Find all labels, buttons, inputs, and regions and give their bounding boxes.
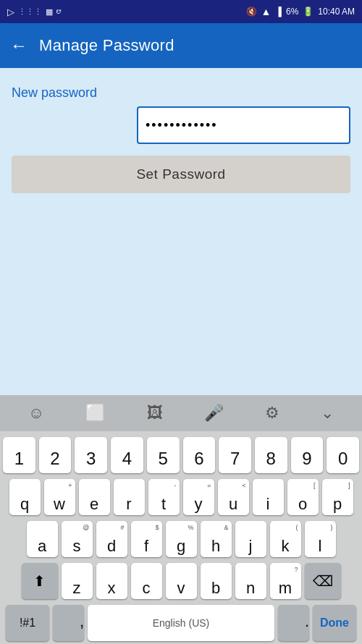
page-title: Manage Password — [39, 36, 174, 55]
key-x[interactable]: x — [96, 563, 127, 599]
key-t[interactable]: -t — [148, 479, 180, 515]
key-o[interactable]: [o — [287, 479, 319, 515]
key-z[interactable]: z — [62, 563, 93, 599]
main-content: New password Set Password — [0, 68, 362, 395]
key-p[interactable]: ]p — [322, 479, 353, 515]
wifi-icon: ▲ — [261, 6, 272, 17]
password-input[interactable] — [137, 106, 350, 144]
backspace-key[interactable]: ⌫ — [305, 563, 341, 599]
time-display: 10:40 AM — [318, 7, 355, 17]
key-7[interactable]: 7 — [219, 437, 251, 473]
clipboard-icon[interactable]: ⬜ — [85, 404, 105, 423]
collapse-icon[interactable]: ⌄ — [321, 404, 334, 423]
bottom-row: !#1 , English (US) . Done — [3, 605, 359, 641]
key-c[interactable]: c — [131, 563, 162, 599]
qwerty-row: q +w e r -t =y <u i [o ]p — [3, 479, 359, 515]
key-k[interactable]: (k — [270, 521, 301, 557]
key-a[interactable]: a — [27, 521, 58, 557]
key-f[interactable]: $f — [131, 521, 162, 557]
key-g[interactable]: %g — [166, 521, 197, 557]
signal-icon: ▐ — [275, 7, 282, 17]
key-comma[interactable]: , — [53, 605, 84, 641]
key-l[interactable]: )l — [305, 521, 336, 557]
done-key[interactable]: Done — [313, 605, 356, 641]
key-q[interactable]: q — [9, 479, 41, 515]
key-r[interactable]: r — [114, 479, 145, 515]
zxcv-row: ⬆ z x c v b n ?m ⌫ — [3, 563, 359, 599]
dots-icon: ⋮⋮⋮ — [18, 7, 42, 17]
mute-icon: 🔇 — [246, 7, 257, 17]
id-icon: ꢅ — [56, 7, 64, 16]
new-password-section: New password — [12, 85, 350, 144]
space-key[interactable]: English (US) — [88, 605, 274, 641]
key-y[interactable]: =y — [183, 479, 214, 515]
keyboard-rows: 1 2 3 4 5 6 7 8 9 0 q +w e r -t =y <u i … — [0, 431, 362, 644]
key-d[interactable]: #d — [96, 521, 127, 557]
key-w[interactable]: +w — [44, 479, 75, 515]
key-1[interactable]: 1 — [3, 437, 35, 473]
keyboard-area: ☺ ⬜ 🖼 🎤 ⚙ ⌄ 1 2 3 4 5 6 7 8 9 0 q +w e r… — [0, 395, 362, 644]
battery-text: 6% — [286, 7, 298, 17]
grid-icon: ▦ — [46, 7, 53, 17]
back-button[interactable]: ← — [10, 35, 28, 56]
key-u[interactable]: <u — [218, 479, 249, 515]
key-3[interactable]: 3 — [75, 437, 107, 473]
key-i[interactable]: i — [253, 479, 284, 515]
key-n[interactable]: n — [235, 563, 266, 599]
key-2[interactable]: 2 — [39, 437, 72, 473]
nav-bar: ← Manage Password — [0, 23, 362, 68]
status-bar-right: 🔇 ▲ ▐ 6% 🔋 10:40 AM — [246, 6, 355, 17]
key-s[interactable]: @s — [62, 521, 93, 557]
status-bar-left: ▷ ⋮⋮⋮ ▦ ꢅ — [7, 7, 64, 17]
key-b[interactable]: b — [201, 563, 232, 599]
settings-icon[interactable]: ⚙ — [265, 404, 279, 423]
key-v[interactable]: v — [166, 563, 197, 599]
number-row: 1 2 3 4 5 6 7 8 9 0 — [3, 437, 359, 473]
symbols-key[interactable]: !#1 — [6, 605, 49, 641]
key-e[interactable]: e — [79, 479, 110, 515]
image-icon[interactable]: 🖼 — [147, 404, 163, 423]
key-6[interactable]: 6 — [183, 437, 216, 473]
key-5[interactable]: 5 — [147, 437, 180, 473]
keyboard-toolbar: ☺ ⬜ 🖼 🎤 ⚙ ⌄ — [0, 395, 362, 431]
field-label: New password — [12, 85, 350, 101]
key-4[interactable]: 4 — [111, 437, 143, 473]
key-8[interactable]: 8 — [255, 437, 287, 473]
password-input-wrapper — [12, 106, 350, 144]
mic-icon[interactable]: 🎤 — [204, 404, 224, 423]
key-h[interactable]: &h — [201, 521, 232, 557]
key-period[interactable]: . — [278, 605, 309, 641]
emoji-icon[interactable]: ☺ — [28, 404, 44, 423]
play-icon: ▷ — [7, 7, 14, 17]
key-9[interactable]: 9 — [291, 437, 324, 473]
shift-key[interactable]: ⬆ — [22, 563, 58, 599]
key-0[interactable]: 0 — [327, 437, 359, 473]
key-m[interactable]: ?m — [270, 563, 301, 599]
key-j[interactable]: j — [235, 521, 266, 557]
status-bar: ▷ ⋮⋮⋮ ▦ ꢅ 🔇 ▲ ▐ 6% 🔋 10:40 AM — [0, 0, 362, 23]
battery-icon: 🔋 — [303, 7, 313, 17]
asdf-row: a @s #d $f %g &h j (k )l — [3, 521, 359, 557]
set-password-button[interactable]: Set Password — [12, 156, 350, 193]
